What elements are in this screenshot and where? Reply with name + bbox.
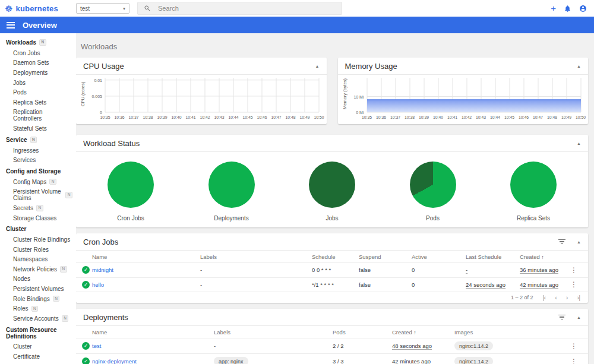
filter-icon[interactable] xyxy=(558,314,566,321)
sidebar-item-network-policies[interactable]: Network PoliciesN xyxy=(0,264,76,274)
memory-usage-chart: 0 Mi10 Mi10:3510:3610:3710:3810:3910:401… xyxy=(366,77,582,123)
card-title: Deployments xyxy=(83,313,128,322)
collapse-icon[interactable]: ▲ xyxy=(577,240,581,244)
pie-label: Deployments xyxy=(208,215,255,221)
column-header-last-schedule[interactable]: Last Schedule xyxy=(466,254,520,260)
x-axis-tick: 10:46 xyxy=(519,115,529,119)
sidebar-group-label: Service xyxy=(6,137,27,143)
column-header-name[interactable]: Name xyxy=(92,329,214,335)
x-axis-tick: 10:37 xyxy=(128,115,138,119)
menu-hamburger-icon[interactable] xyxy=(7,22,15,29)
sidebar-item-cron-jobs[interactable]: Cron Jobs xyxy=(0,48,76,58)
cronjob-name-link[interactable]: hello xyxy=(92,281,200,288)
sidebar-item-persistent-volume-claims[interactable]: Persistent Volume ClaimsN xyxy=(0,187,76,204)
sidebar-item-jobs[interactable]: Jobs xyxy=(0,78,76,88)
deployment-name-link[interactable]: nginx-deployment xyxy=(92,358,214,364)
status-cell: ✓ xyxy=(82,281,92,289)
sidebar-item-certificate[interactable]: Certificate xyxy=(0,352,76,362)
column-header-schedule[interactable]: Schedule xyxy=(312,254,359,260)
sidebar-item-role-bindings[interactable]: Role BindingsN xyxy=(0,294,76,304)
y-axis-label: Memory (bytes) xyxy=(342,77,348,111)
column-header-labels[interactable]: Labels xyxy=(200,254,312,260)
row-menu-icon[interactable]: ⋮ xyxy=(565,357,582,364)
sidebar-item-service-accounts[interactable]: Service AccountsN xyxy=(0,314,76,324)
search-input[interactable] xyxy=(157,4,336,12)
sidebar-item-label: Persistent Volume Claims xyxy=(13,188,62,201)
sidebar-item-stateful-sets[interactable]: Stateful Sets xyxy=(0,124,76,134)
created-cell: 42 minutes ago xyxy=(520,281,565,288)
row-menu-icon[interactable]: ⋮ xyxy=(565,280,582,289)
sidebar-item-pods[interactable]: Pods xyxy=(0,87,76,97)
sidebar-group-cluster[interactable]: Cluster xyxy=(0,223,76,235)
column-header-pods[interactable]: Pods xyxy=(333,329,392,335)
column-header-name[interactable]: Name xyxy=(92,254,200,260)
workload-pie-jobs: Jobs xyxy=(309,162,355,221)
sidebar-item-roles[interactable]: RolesN xyxy=(0,303,76,314)
last-page-button[interactable]: ›| xyxy=(577,295,580,301)
x-axis-tick: 10:47 xyxy=(271,115,281,119)
create-resource-button[interactable]: + xyxy=(551,4,556,12)
row-menu-icon[interactable]: ⋮ xyxy=(565,266,582,274)
sidebar-item-ingresses[interactable]: Ingresses xyxy=(0,145,76,156)
column-header-suspend[interactable]: Suspend xyxy=(359,254,412,260)
collapse-icon[interactable]: ▲ xyxy=(577,141,581,145)
deployment-name-link[interactable]: test xyxy=(92,343,214,349)
created-cell: 36 minutes ago xyxy=(520,267,565,273)
collapse-icon[interactable]: ▲ xyxy=(577,64,581,68)
sidebar-item-replica-sets[interactable]: Replica Sets xyxy=(0,97,76,107)
kubernetes-logo[interactable]: ☸ kubernetes xyxy=(0,4,76,13)
sidebar-item-label: Services xyxy=(13,157,36,163)
sidebar-group-workloads[interactable]: WorkloadsN xyxy=(0,36,76,48)
sidebar-item-daemon-sets[interactable]: Daemon Sets xyxy=(0,58,76,68)
label-chip: app: nginx xyxy=(214,357,248,364)
sidebar-item-config-maps[interactable]: Config MapsN xyxy=(0,177,76,187)
notifications-bell-icon[interactable] xyxy=(564,5,571,12)
deployments-table: NameLabelsPodsCreated ↑Images✓test-2 / 2… xyxy=(76,326,588,364)
sidebar-item-secrets[interactable]: SecretsN xyxy=(0,203,76,213)
active-cell: 0 xyxy=(412,267,466,273)
namespace-selector[interactable]: test ▾ xyxy=(76,3,129,14)
search-bar[interactable] xyxy=(137,2,342,15)
sidebar-item-deployments[interactable]: Deployments xyxy=(0,68,76,78)
first-page-button[interactable]: |‹ xyxy=(543,295,546,301)
next-page-button[interactable]: › xyxy=(566,295,568,301)
sidebar-item-cluster-issuer[interactable]: Cluster Issuer xyxy=(0,362,76,364)
sidebar-item-cluster[interactable]: Cluster xyxy=(0,342,76,352)
column-header-created[interactable]: Created ↑ xyxy=(392,329,454,335)
column-header-created[interactable]: Created ↑ xyxy=(520,254,565,260)
y-axis-tick: 0.005 xyxy=(84,94,102,98)
collapse-icon[interactable]: ▲ xyxy=(315,64,320,68)
table-row: ✓midnight-0 0 * * *false0-36 minutes ago… xyxy=(76,263,588,278)
account-icon[interactable] xyxy=(579,5,587,12)
previous-page-button[interactable]: ‹ xyxy=(555,295,557,301)
sidebar-group-custom-resource-definitions[interactable]: Custom Resource Definitions xyxy=(0,324,76,342)
sidebar-item-replication-controllers[interactable]: Replication Controllers xyxy=(0,107,76,124)
column-header-labels[interactable]: Labels xyxy=(214,329,333,335)
row-menu-icon[interactable]: ⋮ xyxy=(565,342,582,350)
sidebar-item-services[interactable]: Services xyxy=(0,155,76,165)
workload-pie-pods: Pods xyxy=(410,162,456,221)
table-header-row: NameLabelsScheduleSuspendActiveLast Sche… xyxy=(76,251,588,263)
charts-row: CPU Usage ▲ CPU (cores) 00.0050.0110:351… xyxy=(76,58,588,124)
sidebar-item-storage-classes[interactable]: Storage Classes xyxy=(0,213,76,223)
column-header-active[interactable]: Active xyxy=(412,254,466,260)
sidebar-item-persistent-volumes[interactable]: Persistent Volumes xyxy=(0,284,76,294)
sidebar-group-config-and-storage[interactable]: Config and Storage xyxy=(0,165,76,177)
column-header-images[interactable]: Images xyxy=(454,329,565,335)
sidebar-item-namespaces[interactable]: Namespaces xyxy=(0,255,76,265)
sidebar-item-label: Network Policies xyxy=(13,266,57,273)
filter-icon[interactable] xyxy=(558,238,566,246)
x-axis-tick: 10:35 xyxy=(100,115,110,119)
sidebar-group-service[interactable]: ServiceN xyxy=(0,134,76,145)
suspend-cell: false xyxy=(359,267,412,273)
collapse-icon[interactable]: ▲ xyxy=(577,315,581,319)
sidebar-nav: WorkloadsNCron JobsDaemon SetsDeployment… xyxy=(0,33,76,364)
x-axis-tick: 10:48 xyxy=(547,115,557,119)
sidebar-item-cluster-roles[interactable]: Cluster Roles xyxy=(0,245,76,255)
sidebar-item-cluster-role-bindings[interactable]: Cluster Role Bindings xyxy=(0,235,76,245)
schedule-cell: 0 0 * * * xyxy=(312,267,359,273)
cronjob-name-link[interactable]: midnight xyxy=(92,267,200,273)
images-cell: nginx:1.14.2 xyxy=(454,357,565,364)
workload-status-card: Workload Status ▲ Cron JobsDeploymentsJo… xyxy=(76,135,588,227)
sidebar-item-nodes[interactable]: Nodes xyxy=(0,274,76,284)
